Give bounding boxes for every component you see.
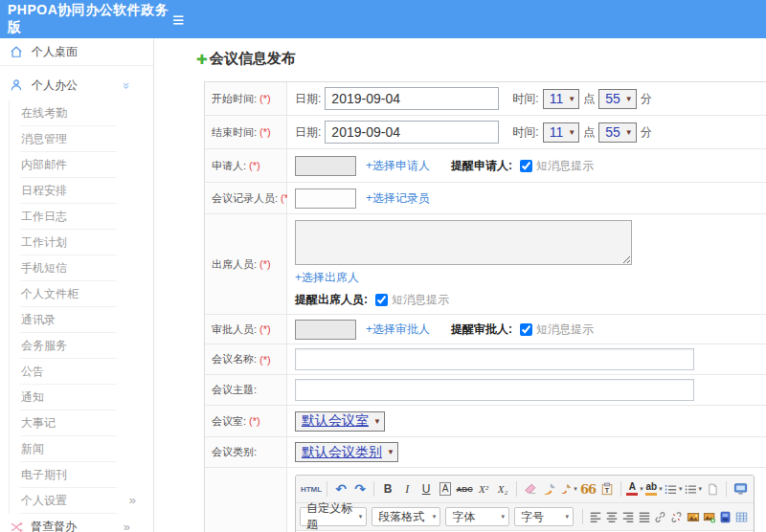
italic-icon[interactable]: I (397, 478, 417, 499)
align-right-icon[interactable] (620, 506, 636, 527)
image-icon[interactable] (685, 506, 701, 527)
chevron-down-icon: ▾ (679, 485, 683, 493)
heading-select[interactable]: 自定义标题▾ (300, 507, 367, 526)
hamburger-menu-icon[interactable]: ≡ (172, 10, 184, 30)
format-brush-icon[interactable] (540, 478, 559, 499)
redo-icon[interactable]: ↷ (350, 478, 370, 499)
sidebar-item-schedule[interactable]: 日程安排 (20, 178, 117, 204)
meeting-name-input[interactable] (295, 348, 694, 370)
approver-sms-checkbox[interactable] (520, 323, 532, 336)
table-icon[interactable] (733, 506, 750, 527)
form-row-end-time: 结束时间:(*) 日期: 时间: 11▼ 点 55▼ 分 (205, 116, 766, 149)
font-family-select[interactable]: 字体▾ (445, 507, 509, 526)
unordered-list-icon[interactable]: ▾ (684, 478, 703, 499)
sidebar-item-sms[interactable]: 手机短信 (20, 255, 117, 281)
toolbar-divider (373, 481, 374, 497)
end-date-input[interactable] (325, 121, 499, 144)
select-applicant-link[interactable]: +选择申请人 (366, 158, 430, 174)
meeting-topic-input[interactable] (295, 379, 694, 401)
recorder-input[interactable] (295, 188, 356, 209)
required-mark: (*) (259, 354, 271, 366)
sidebar-item-announcement[interactable]: 公告 (20, 359, 117, 385)
sidebar-item-message-management[interactable]: 消息管理 (20, 126, 117, 152)
underline-icon[interactable]: U (417, 478, 436, 499)
paste-icon[interactable]: T (597, 478, 617, 499)
end-time-label: 结束时间: (212, 125, 257, 140)
attendees-textarea[interactable] (295, 220, 632, 265)
toolbar-divider (516, 481, 517, 497)
superscript-icon[interactable]: X² (474, 478, 493, 499)
minute-unit: 分 (641, 124, 652, 141)
applicant-sms-checkbox[interactable] (520, 160, 532, 172)
sidebar-item-internal-mail[interactable]: 内部邮件 (20, 152, 117, 178)
link-icon[interactable] (652, 506, 668, 527)
new-page-icon[interactable] (703, 478, 722, 499)
editor-toolbar-row1: HTML ↶ ↷ B I U A ABC X² X₂ (296, 476, 754, 503)
attendees-label: 出席人员: (212, 257, 257, 272)
highlight-color-icon[interactable]: ab▾ (644, 478, 664, 499)
sidebar-item-work-plan[interactable]: 工作计划 (20, 230, 117, 255)
sidebar-item-desktop[interactable]: 个人桌面 (0, 38, 153, 66)
sidebar-item-meeting-service[interactable]: 会务服务 (20, 333, 117, 359)
sidebar-item-online-attendance[interactable]: 在线考勤 (20, 100, 117, 126)
align-center-icon[interactable] (603, 506, 620, 527)
end-minute-select[interactable]: 55▼ (598, 122, 637, 143)
sms-hint-label: 短消息提示 (392, 292, 449, 308)
sidebar-item-news[interactable]: 新闻 (20, 436, 117, 462)
eraser-icon[interactable] (521, 478, 540, 499)
meeting-category-select[interactable]: 默认会议类别▼ (295, 442, 398, 462)
meeting-topic-label: 会议主题: (212, 383, 257, 397)
align-left-icon[interactable] (587, 506, 603, 527)
form-row-recorder: 会议记录人员:(*) +选择记录员 (205, 183, 766, 214)
sidebar-item-supervision[interactable]: 督查督办 » (0, 514, 153, 532)
insert-image-icon[interactable] (701, 506, 717, 527)
required-mark: (*) (259, 323, 271, 335)
approver-input[interactable] (295, 320, 356, 340)
sidebar-item-work-log[interactable]: 工作日志 (20, 204, 117, 230)
sms-hint-label: 短消息提示 (536, 158, 594, 174)
sidebar-item-e-journal[interactable]: 电子期刊 (20, 462, 117, 488)
svg-text:T: T (605, 487, 610, 494)
attendees-sms-checkbox[interactable] (375, 294, 388, 306)
sidebar-item-file-cabinet[interactable]: 个人文件柜 (20, 281, 117, 307)
toolbar-divider (620, 481, 621, 497)
blockquote-icon[interactable]: 66 (578, 478, 597, 499)
font-color-icon[interactable]: A▾ (625, 478, 644, 499)
required-mark: (*) (259, 93, 271, 104)
html-source-icon[interactable]: HTML (300, 478, 323, 499)
undo-icon[interactable]: ↶ (331, 478, 350, 499)
start-minute-select[interactable]: 55▼ (598, 89, 637, 109)
fullscreen-icon[interactable] (731, 478, 750, 499)
chevron-double-down-icon: » (120, 81, 134, 88)
form-row-content-editor: HTML ↶ ↷ B I U A ABC X² X₂ (205, 468, 766, 532)
start-date-input[interactable] (325, 87, 499, 110)
subscript-icon[interactable]: X₂ (493, 478, 512, 499)
font-border-icon[interactable]: A (436, 478, 455, 499)
media-icon[interactable] (717, 506, 733, 527)
sidebar-item-memorabilia[interactable]: 大事记 (20, 410, 117, 436)
unlink-icon[interactable] (668, 506, 685, 527)
select-approver-link[interactable]: +选择审批人 (366, 321, 430, 338)
align-justify-icon[interactable] (636, 506, 652, 527)
select-attendees-link[interactable]: +选择出席人 (295, 271, 359, 284)
sidebar-group-personal-office[interactable]: 个人办公 » (0, 70, 153, 100)
hour-unit: 点 (583, 124, 595, 141)
bold-icon[interactable]: B (378, 478, 397, 499)
ordered-list-icon[interactable]: ▾ (664, 478, 683, 499)
paragraph-format-select[interactable]: 段落格式▾ (372, 507, 440, 526)
top-bar: PHPOA协同办公软件政务版 ≡ (0, 0, 766, 38)
sidebar-item-notice[interactable]: 通知 (20, 385, 117, 410)
sidebar-item-contacts[interactable]: 通讯录 (20, 307, 117, 333)
select-recorder-link[interactable]: +选择记录员 (366, 190, 430, 207)
strikethrough-icon[interactable]: ABC (455, 478, 474, 499)
sidebar-item-personal-settings[interactable]: 个人设置 » (20, 488, 117, 514)
start-hour-select[interactable]: 11▼ (543, 89, 579, 109)
chevron-down-icon: ▾ (359, 513, 363, 521)
paint-format-icon[interactable]: ▾ (559, 478, 578, 499)
end-hour-select[interactable]: 11▼ (543, 122, 579, 143)
meeting-room-select[interactable]: 默认会议室▼ (295, 411, 385, 432)
applicant-input[interactable] (295, 156, 356, 176)
font-size-select[interactable]: 字号▾ (514, 507, 574, 526)
approver-label: 审批人员: (212, 322, 257, 337)
chevron-down-icon: ▾ (640, 485, 643, 493)
